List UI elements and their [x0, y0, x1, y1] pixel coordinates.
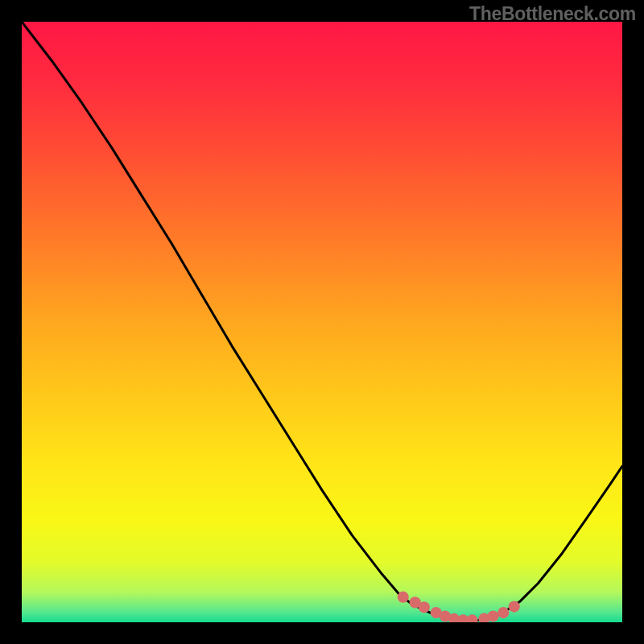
chart-frame: TheBottleneck.com — [0, 0, 644, 644]
svg-rect-0 — [22, 22, 622, 622]
plot-area — [22, 22, 622, 622]
gradient-background — [22, 22, 622, 622]
watermark-text: TheBottleneck.com — [469, 3, 636, 25]
